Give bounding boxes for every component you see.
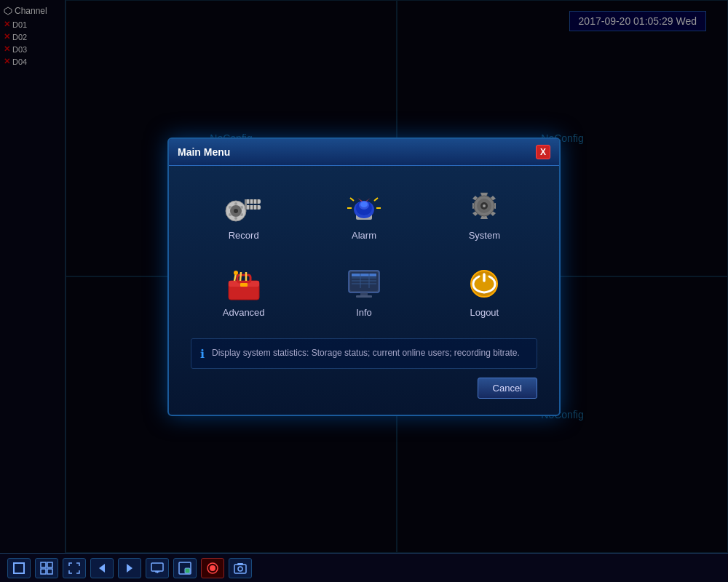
main-menu-dialog: Main Menu X xyxy=(167,137,561,416)
svg-rect-55 xyxy=(47,569,52,574)
menu-item-record[interactable]: Record xyxy=(191,180,296,247)
svg-marker-57 xyxy=(127,564,132,573)
svg-point-16 xyxy=(229,213,232,216)
record-label: Record xyxy=(229,230,259,241)
dialog-body: Record xyxy=(169,166,559,415)
dialog-close-button[interactable]: X xyxy=(536,145,550,159)
dialog-titlebar: Main Menu X xyxy=(169,139,559,166)
system-icon xyxy=(462,186,506,226)
svg-point-64 xyxy=(210,565,215,571)
record-clip-button[interactable] xyxy=(201,558,224,578)
menu-item-alarm[interactable]: Alarm xyxy=(311,180,416,247)
record-icon xyxy=(222,186,266,226)
alarm-icon xyxy=(342,186,386,226)
svg-rect-8 xyxy=(256,199,258,204)
menu-item-advanced[interactable]: Advanced xyxy=(191,258,296,324)
svg-point-38 xyxy=(234,271,238,275)
logout-icon xyxy=(462,263,506,303)
info-strip-text: Display system statistics: Storage statu… xyxy=(212,346,520,359)
svg-rect-11 xyxy=(256,205,258,210)
svg-rect-9 xyxy=(249,205,250,210)
modal-overlay: Main Menu X xyxy=(0,0,728,553)
svg-point-22 xyxy=(360,202,368,207)
quad-view-button[interactable] xyxy=(35,558,58,578)
menu-item-system[interactable]: System xyxy=(432,180,537,247)
svg-rect-41 xyxy=(352,274,376,276)
fullscreen-button[interactable] xyxy=(63,558,86,578)
svg-line-36 xyxy=(240,272,241,281)
dialog-title: Main Menu xyxy=(178,146,230,158)
svg-point-14 xyxy=(229,206,232,209)
menu-item-logout[interactable]: Logout xyxy=(432,258,537,324)
snapshot-button[interactable] xyxy=(229,558,252,578)
svg-rect-33 xyxy=(237,275,250,282)
svg-point-12 xyxy=(234,202,237,205)
svg-rect-5 xyxy=(245,199,247,210)
advanced-label: Advanced xyxy=(223,307,265,318)
menu-grid: Record xyxy=(191,180,537,324)
svg-rect-6 xyxy=(249,199,250,204)
info-circle-icon: ℹ xyxy=(200,347,205,361)
svg-rect-65 xyxy=(234,565,246,573)
svg-rect-47 xyxy=(360,292,368,295)
close-icon: X xyxy=(540,147,546,157)
prev-button[interactable] xyxy=(90,558,114,578)
svg-point-17 xyxy=(240,213,243,216)
bottom-toolbar xyxy=(0,553,728,582)
svg-rect-54 xyxy=(41,569,46,574)
svg-point-30 xyxy=(483,204,486,207)
svg-rect-51 xyxy=(14,563,24,573)
next-button[interactable] xyxy=(118,558,141,578)
menu-item-info[interactable]: Info xyxy=(311,258,416,324)
monitor-button[interactable] xyxy=(146,558,169,578)
info-menu-icon xyxy=(342,263,386,303)
svg-point-15 xyxy=(240,206,243,209)
svg-point-66 xyxy=(238,567,242,571)
svg-rect-62 xyxy=(185,568,190,573)
svg-rect-48 xyxy=(356,295,372,298)
svg-rect-52 xyxy=(41,562,46,567)
svg-rect-7 xyxy=(253,199,254,204)
single-view-button[interactable] xyxy=(7,558,31,578)
info-label: Info xyxy=(356,307,372,318)
dialog-footer: Cancel xyxy=(191,378,537,407)
svg-line-23 xyxy=(350,198,354,201)
advanced-icon xyxy=(222,263,266,303)
cancel-button[interactable]: Cancel xyxy=(478,378,537,399)
svg-point-13 xyxy=(234,217,237,220)
pip-button[interactable] xyxy=(173,558,197,578)
svg-line-24 xyxy=(374,198,378,201)
svg-rect-34 xyxy=(240,283,248,287)
logout-label: Logout xyxy=(470,307,499,318)
svg-rect-58 xyxy=(151,563,163,571)
system-label: System xyxy=(469,230,500,241)
svg-point-2 xyxy=(234,209,238,213)
svg-rect-67 xyxy=(237,563,243,565)
svg-rect-53 xyxy=(47,562,52,567)
svg-rect-10 xyxy=(253,205,254,210)
alarm-label: Alarm xyxy=(352,230,376,241)
info-strip: ℹ Display system statistics: Storage sta… xyxy=(191,338,537,369)
svg-marker-56 xyxy=(99,564,105,573)
